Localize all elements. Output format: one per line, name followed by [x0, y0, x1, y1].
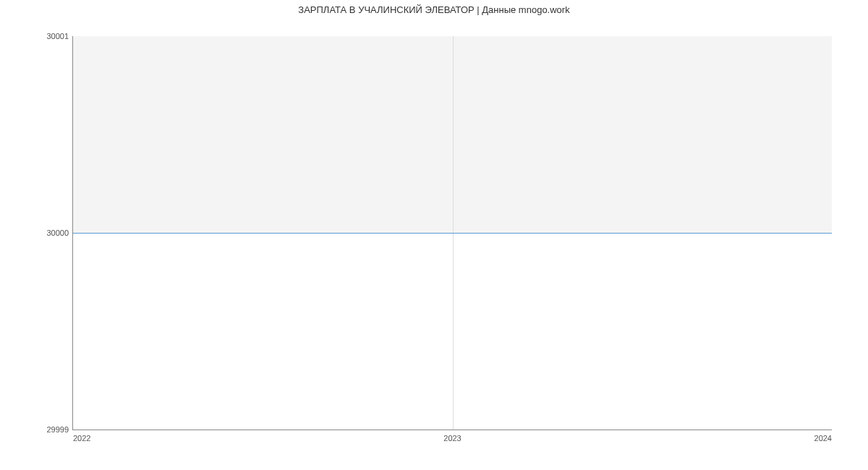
x-tick-label: 2022 — [73, 430, 90, 443]
plot-area: 29999 30000 30001 2022 2023 2024 — [72, 36, 832, 430]
chart-title: ЗАРПЛАТА В УЧАЛИНСКИЙ ЭЛЕВАТОР | Данные … — [0, 0, 868, 15]
x-tick-label: 2024 — [814, 430, 832, 443]
y-tick-label: 30001 — [46, 32, 73, 40]
y-tick-label: 30000 — [46, 228, 73, 237]
x-tick-label: 2023 — [443, 430, 461, 443]
y-tick-label: 29999 — [46, 425, 73, 434]
chart-area: 29999 30000 30001 2022 2023 2024 — [72, 36, 832, 430]
series-line — [73, 233, 832, 234]
